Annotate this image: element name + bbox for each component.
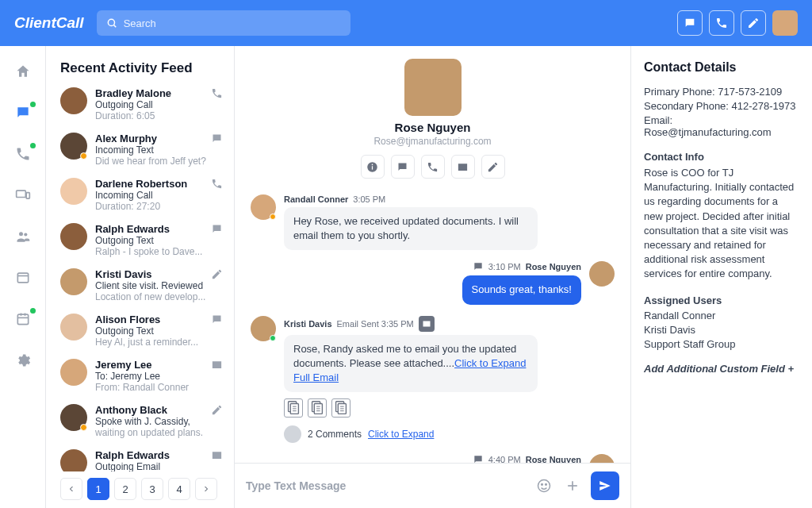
detail-email: Email: Rose@tjmanufacturing.com <box>644 114 799 138</box>
add-custom-field[interactable]: Add Additional Custom Field + <box>644 363 799 375</box>
feed-item[interactable]: Alex MurphyIncoming TextDid we hear from… <box>60 133 223 167</box>
message-avatar <box>589 261 615 287</box>
page-2[interactable]: 2 <box>114 478 136 500</box>
svg-line-1 <box>113 25 116 28</box>
feed-item-name: Anthony Black <box>95 404 223 416</box>
contact-chat-button[interactable] <box>391 155 415 179</box>
nav-devices[interactable] <box>13 186 33 205</box>
header-compose-button[interactable] <box>741 10 766 36</box>
header-chat-button[interactable] <box>677 10 703 36</box>
page-3[interactable]: 3 <box>141 478 163 500</box>
feed-body: Ralph EdwardsOutgoing EmailRalph, I will… <box>95 449 223 471</box>
feed-avatar <box>60 268 87 295</box>
nav-calendar[interactable] <box>13 310 33 329</box>
mail-icon <box>211 449 223 464</box>
feed-item[interactable]: Ralph EdwardsOutgoing TextRalph - I spok… <box>60 223 223 257</box>
feed-avatar <box>60 133 87 160</box>
svg-rect-3 <box>26 193 29 199</box>
detail-secondary-phone: Secondary Phone: 412-278-1973 <box>644 100 799 112</box>
feed-item-name: Jeremy Lee <box>95 359 223 371</box>
attachment-icon[interactable] <box>331 398 350 418</box>
feed-item[interactable]: Kristi DavisClient site visit. ReviewedL… <box>60 268 223 302</box>
contact-name: Rose Nguyen <box>395 121 471 134</box>
attachment-icon[interactable] <box>308 398 327 418</box>
contact-email-button[interactable] <box>451 155 475 179</box>
message-column: Randall Conner3:05 PMHey Rose, we receiv… <box>284 194 538 250</box>
svg-point-31 <box>542 484 543 486</box>
page-1[interactable]: 1 <box>87 478 109 500</box>
feed-body: Darlene RobertsonIncoming CallDuration: … <box>95 178 223 212</box>
feed-body: Ralph EdwardsOutgoing TextRalph - I spok… <box>95 223 223 257</box>
feed-avatar <box>60 314 87 341</box>
feed-item-preview: Hey Al, just a reminder... <box>95 337 223 348</box>
nav-home[interactable] <box>13 62 33 81</box>
header-actions <box>677 10 798 36</box>
feed-item[interactable]: Jeremy LeeTo: Jeremy LeeFrom: Randall Co… <box>60 359 223 393</box>
contact-call-button[interactable] <box>421 155 445 179</box>
contact-edit-button[interactable] <box>481 155 505 179</box>
feed-item-type: Outgoing Email <box>95 461 223 471</box>
feed-item-preview: Ralph - I spoke to Dave... <box>95 246 223 257</box>
message-avatar <box>589 454 615 463</box>
message-list: Randall Conner3:05 PMHey Rose, we receiv… <box>235 188 630 463</box>
nav-contacts[interactable] <box>13 227 33 246</box>
page-4[interactable]: 4 <box>168 478 190 500</box>
contact-info-heading: Contact Info <box>644 151 799 163</box>
page-next[interactable] <box>195 478 217 500</box>
expand-comments-link[interactable]: Click to Expand <box>368 429 434 440</box>
feed-item-name: Ralph Edwards <box>95 449 223 461</box>
svg-point-0 <box>108 19 114 25</box>
feed-item-name: Kristi Davis <box>95 268 223 280</box>
header-call-button[interactable] <box>709 10 734 36</box>
nav-archive[interactable] <box>13 268 33 287</box>
message: 4:40 PMRose NguyenThanks for emailing th… <box>251 454 615 463</box>
feed-title: Recent Activity Feed <box>60 60 223 76</box>
current-user-avatar[interactable] <box>772 10 798 36</box>
assigned-user: Randall Conner <box>644 310 799 321</box>
expand-email-link[interactable]: Click to Expand Full Email <box>293 357 526 383</box>
attachment-icon[interactable] <box>284 398 303 418</box>
feed-item-type: Outgoing Text <box>95 235 223 246</box>
feed-item[interactable]: Alison FloresOutgoing TextHey Al, just a… <box>60 314 223 348</box>
feed-item[interactable]: Bradley MaloneOutgoing CallDuration: 6:0… <box>60 87 223 121</box>
nav-settings[interactable] <box>13 351 33 370</box>
feed-item-type: Outgoing Call <box>95 99 223 110</box>
feed-body: Anthony BlackSpoke with J. Cassidy,waiti… <box>95 404 223 438</box>
feed-item[interactable]: Anthony BlackSpoke with J. Cassidy,waiti… <box>60 404 223 438</box>
message-column: 3:10 PMRose NguyenSounds great, thanks! <box>462 261 581 304</box>
comments-count: 2 Comments <box>308 429 362 440</box>
svg-rect-13 <box>372 166 373 169</box>
feed-avatar <box>60 87 87 114</box>
attach-button[interactable] <box>562 475 583 496</box>
feed-item-type: To: Jeremy Lee <box>95 371 223 382</box>
svg-point-5 <box>24 233 27 236</box>
phone-icon <box>211 178 223 193</box>
message-input[interactable] <box>246 479 526 492</box>
emoji-button[interactable] <box>534 475 554 496</box>
page-prev[interactable] <box>60 478 82 500</box>
feed-item-type: Spoke with J. Cassidy, <box>95 416 223 427</box>
feed-list: Bradley MaloneOutgoing CallDuration: 6:0… <box>60 87 223 471</box>
detail-primary-phone: Primary Phone: 717-573-2109 <box>644 86 799 98</box>
phone-icon <box>211 87 223 102</box>
contact-info-button[interactable] <box>361 155 385 179</box>
feed-item[interactable]: Darlene RobertsonIncoming CallDuration: … <box>60 178 223 212</box>
send-button[interactable] <box>591 471 619 500</box>
feed-body: Alison FloresOutgoing TextHey Al, just a… <box>95 314 223 348</box>
assigned-heading: Assigned Users <box>644 294 799 306</box>
nav-messages[interactable] <box>13 103 33 122</box>
comments-row: 2 CommentsClick to Expand <box>284 425 538 443</box>
feed-item-preview: Duration: 6:05 <box>95 110 223 121</box>
svg-rect-8 <box>17 314 28 325</box>
contact-avatar[interactable] <box>404 59 462 116</box>
attachments-row <box>284 398 538 418</box>
svg-rect-6 <box>17 273 28 283</box>
feed-avatar <box>60 359 87 386</box>
nav-calls-badge <box>30 143 36 148</box>
chat-icon <box>211 314 223 329</box>
nav-calls[interactable] <box>13 144 33 164</box>
feed-item[interactable]: Ralph EdwardsOutgoing EmailRalph, I will… <box>60 449 223 471</box>
feed-item-name: Bradley Malone <box>95 87 223 99</box>
search-input[interactable] <box>97 10 350 36</box>
message-meta: Randall Conner3:05 PM <box>284 194 538 204</box>
